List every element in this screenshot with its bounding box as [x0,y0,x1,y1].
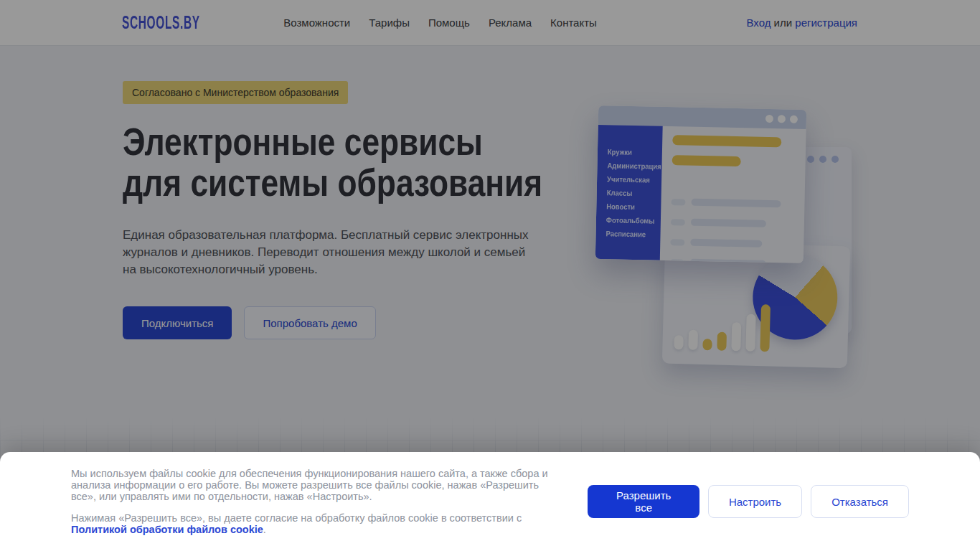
cookie-paragraph-2-text: Нажимая «Разрешить все», вы даете соглас… [71,512,522,524]
cookie-buttons: Разрешить все Настроить Отказаться [588,485,909,518]
decline-cookies-button[interactable]: Отказаться [811,485,909,518]
cookie-paragraph-2-period: . [263,524,266,535]
configure-cookies-button[interactable]: Настроить [708,485,802,518]
cookie-text: Мы используем файлы cookie для обеспечен… [71,468,559,535]
cookie-consent-banner: Мы используем файлы cookie для обеспечен… [0,452,980,551]
cookie-paragraph-1: Мы используем файлы cookie для обеспечен… [71,468,559,502]
cookie-paragraph-2: Нажимая «Разрешить все», вы даете соглас… [71,512,559,535]
cookie-policy-link[interactable]: Политикой обработки файлов cookie [71,524,263,535]
allow-all-cookies-button[interactable]: Разрешить все [588,485,699,518]
